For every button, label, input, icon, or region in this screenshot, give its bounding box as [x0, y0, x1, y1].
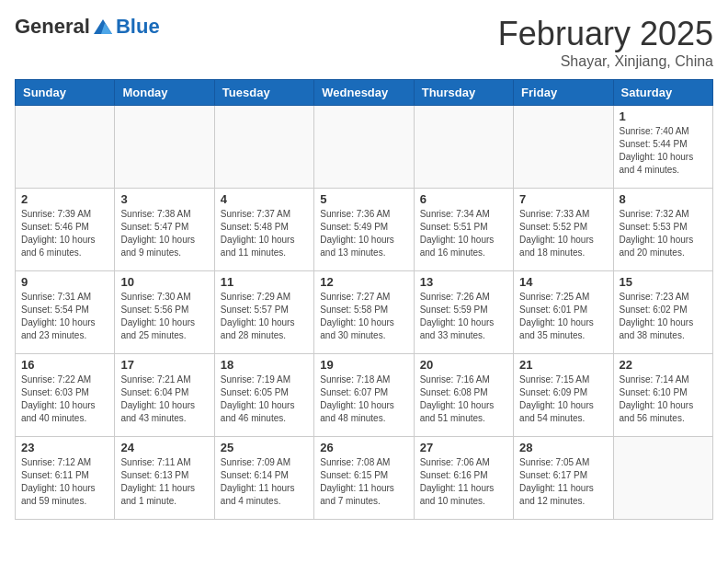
- day-info: Sunrise: 7:19 AM Sunset: 6:05 PM Dayligh…: [221, 373, 308, 425]
- day-info: Sunrise: 7:23 AM Sunset: 6:02 PM Dayligh…: [620, 291, 707, 342]
- logo-general-text: General: [15, 15, 90, 39]
- day-number: 2: [21, 192, 108, 206]
- day-info: Sunrise: 7:33 AM Sunset: 5:52 PM Dayligh…: [519, 208, 607, 259]
- week-row-5: 23Sunrise: 7:12 AM Sunset: 6:11 PM Dayli…: [16, 437, 713, 520]
- day-info: Sunrise: 7:29 AM Sunset: 5:57 PM Dayligh…: [221, 291, 308, 342]
- day-info: Sunrise: 7:39 AM Sunset: 5:46 PM Dayligh…: [21, 208, 108, 259]
- day-number: 3: [120, 192, 208, 206]
- logo-icon: [92, 17, 114, 36]
- day-info: Sunrise: 7:26 AM Sunset: 5:59 PM Dayligh…: [420, 291, 507, 342]
- calendar-cell: 4Sunrise: 7:37 AM Sunset: 5:48 PM Daylig…: [214, 189, 313, 271]
- logo-blue-text: Blue: [116, 15, 160, 39]
- day-number: 13: [420, 275, 507, 289]
- day-info: Sunrise: 7:12 AM Sunset: 6:11 PM Dayligh…: [21, 456, 108, 508]
- day-number: 28: [519, 441, 607, 454]
- calendar-cell: 27Sunrise: 7:06 AM Sunset: 6:16 PM Dayli…: [414, 437, 513, 520]
- day-number: 10: [120, 275, 208, 289]
- day-info: Sunrise: 7:05 AM Sunset: 6:17 PM Dayligh…: [519, 456, 607, 508]
- day-info: Sunrise: 7:30 AM Sunset: 5:56 PM Dayligh…: [120, 291, 208, 342]
- day-info: Sunrise: 7:22 AM Sunset: 6:03 PM Dayligh…: [21, 373, 108, 425]
- calendar-cell: 15Sunrise: 7:23 AM Sunset: 6:02 PM Dayli…: [613, 271, 712, 354]
- day-number: 11: [221, 275, 308, 289]
- day-info: Sunrise: 7:37 AM Sunset: 5:48 PM Dayligh…: [221, 208, 308, 259]
- calendar-cell: 20Sunrise: 7:16 AM Sunset: 6:08 PM Dayli…: [414, 354, 513, 437]
- title-block: February 2025 Shayar, Xinjiang, China: [498, 15, 713, 70]
- calendar-cell: 3Sunrise: 7:38 AM Sunset: 5:47 PM Daylig…: [115, 189, 214, 271]
- weekday-header-sunday: Sunday: [16, 80, 115, 106]
- calendar-cell: 22Sunrise: 7:14 AM Sunset: 6:10 PM Dayli…: [613, 354, 712, 437]
- day-info: Sunrise: 7:18 AM Sunset: 6:07 PM Dayligh…: [320, 373, 407, 425]
- day-number: 17: [120, 358, 208, 372]
- day-number: 15: [620, 275, 707, 289]
- week-row-4: 16Sunrise: 7:22 AM Sunset: 6:03 PM Dayli…: [16, 354, 713, 437]
- calendar-cell: 10Sunrise: 7:30 AM Sunset: 5:56 PM Dayli…: [115, 271, 214, 354]
- calendar-cell: 8Sunrise: 7:32 AM Sunset: 5:53 PM Daylig…: [613, 189, 712, 271]
- calendar-cell: [414, 106, 513, 189]
- calendar-cell: 12Sunrise: 7:27 AM Sunset: 5:58 PM Dayli…: [314, 271, 414, 354]
- calendar-cell: 5Sunrise: 7:36 AM Sunset: 5:49 PM Daylig…: [314, 189, 414, 271]
- calendar-cell: 16Sunrise: 7:22 AM Sunset: 6:03 PM Dayli…: [16, 354, 115, 437]
- calendar-cell: 17Sunrise: 7:21 AM Sunset: 6:04 PM Dayli…: [115, 354, 214, 437]
- day-info: Sunrise: 7:09 AM Sunset: 6:14 PM Dayligh…: [221, 456, 308, 508]
- day-number: 18: [221, 358, 308, 372]
- day-info: Sunrise: 7:27 AM Sunset: 5:58 PM Dayligh…: [320, 291, 407, 342]
- day-number: 8: [620, 192, 707, 206]
- weekday-header-friday: Friday: [514, 80, 613, 106]
- day-number: 7: [519, 192, 607, 206]
- calendar-cell: 6Sunrise: 7:34 AM Sunset: 5:51 PM Daylig…: [414, 189, 513, 271]
- calendar-cell: 14Sunrise: 7:25 AM Sunset: 6:01 PM Dayli…: [514, 271, 613, 354]
- day-number: 1: [620, 109, 707, 123]
- page-header: General Blue February 2025 Shayar, Xinji…: [15, 15, 713, 70]
- calendar-table: SundayMondayTuesdayWednesdayThursdayFrid…: [15, 79, 713, 520]
- calendar-cell: [514, 106, 613, 189]
- calendar-cell: 24Sunrise: 7:11 AM Sunset: 6:13 PM Dayli…: [115, 437, 214, 520]
- calendar-cell: 28Sunrise: 7:05 AM Sunset: 6:17 PM Dayli…: [514, 437, 613, 520]
- day-number: 9: [21, 275, 108, 289]
- day-info: Sunrise: 7:25 AM Sunset: 6:01 PM Dayligh…: [519, 291, 607, 342]
- weekday-header-thursday: Thursday: [414, 80, 513, 106]
- weekday-header-monday: Monday: [115, 80, 214, 106]
- day-info: Sunrise: 7:14 AM Sunset: 6:10 PM Dayligh…: [620, 373, 707, 425]
- day-number: 24: [120, 441, 208, 454]
- day-number: 4: [221, 192, 308, 206]
- week-row-2: 2Sunrise: 7:39 AM Sunset: 5:46 PM Daylig…: [16, 189, 713, 271]
- calendar-cell: 2Sunrise: 7:39 AM Sunset: 5:46 PM Daylig…: [16, 189, 115, 271]
- day-info: Sunrise: 7:11 AM Sunset: 6:13 PM Dayligh…: [120, 456, 208, 508]
- week-row-1: 1Sunrise: 7:40 AM Sunset: 5:44 PM Daylig…: [16, 106, 713, 189]
- day-info: Sunrise: 7:08 AM Sunset: 6:15 PM Dayligh…: [320, 456, 407, 508]
- calendar-cell: 1Sunrise: 7:40 AM Sunset: 5:44 PM Daylig…: [613, 106, 712, 189]
- calendar-cell: 25Sunrise: 7:09 AM Sunset: 6:14 PM Dayli…: [214, 437, 313, 520]
- calendar-cell: 9Sunrise: 7:31 AM Sunset: 5:54 PM Daylig…: [16, 271, 115, 354]
- day-number: 23: [21, 441, 108, 454]
- calendar-cell: 18Sunrise: 7:19 AM Sunset: 6:05 PM Dayli…: [214, 354, 313, 437]
- day-info: Sunrise: 7:06 AM Sunset: 6:16 PM Dayligh…: [420, 456, 507, 508]
- calendar-cell: 7Sunrise: 7:33 AM Sunset: 5:52 PM Daylig…: [514, 189, 613, 271]
- week-row-3: 9Sunrise: 7:31 AM Sunset: 5:54 PM Daylig…: [16, 271, 713, 354]
- day-number: 19: [320, 358, 407, 372]
- day-number: 20: [420, 358, 507, 372]
- calendar-cell: [16, 106, 115, 189]
- day-info: Sunrise: 7:15 AM Sunset: 6:09 PM Dayligh…: [519, 373, 607, 425]
- day-info: Sunrise: 7:38 AM Sunset: 5:47 PM Dayligh…: [120, 208, 208, 259]
- calendar-cell: [613, 437, 712, 520]
- day-info: Sunrise: 7:32 AM Sunset: 5:53 PM Dayligh…: [620, 208, 707, 259]
- day-info: Sunrise: 7:31 AM Sunset: 5:54 PM Dayligh…: [21, 291, 108, 342]
- page-title: February 2025: [498, 15, 713, 53]
- day-number: 22: [620, 358, 707, 372]
- calendar-cell: 21Sunrise: 7:15 AM Sunset: 6:09 PM Dayli…: [514, 354, 613, 437]
- calendar-cell: 23Sunrise: 7:12 AM Sunset: 6:11 PM Dayli…: [16, 437, 115, 520]
- day-number: 12: [320, 275, 407, 289]
- day-number: 16: [21, 358, 108, 372]
- calendar-cell: 11Sunrise: 7:29 AM Sunset: 5:57 PM Dayli…: [214, 271, 313, 354]
- calendar-cell: [115, 106, 214, 189]
- day-number: 26: [320, 441, 407, 454]
- calendar-cell: [214, 106, 313, 189]
- day-number: 14: [519, 275, 607, 289]
- day-number: 25: [221, 441, 308, 454]
- day-info: Sunrise: 7:40 AM Sunset: 5:44 PM Dayligh…: [620, 125, 707, 177]
- day-info: Sunrise: 7:21 AM Sunset: 6:04 PM Dayligh…: [120, 373, 208, 425]
- weekday-header-wednesday: Wednesday: [314, 80, 414, 106]
- day-number: 6: [420, 192, 507, 206]
- day-number: 21: [519, 358, 607, 372]
- weekday-header-saturday: Saturday: [613, 80, 712, 106]
